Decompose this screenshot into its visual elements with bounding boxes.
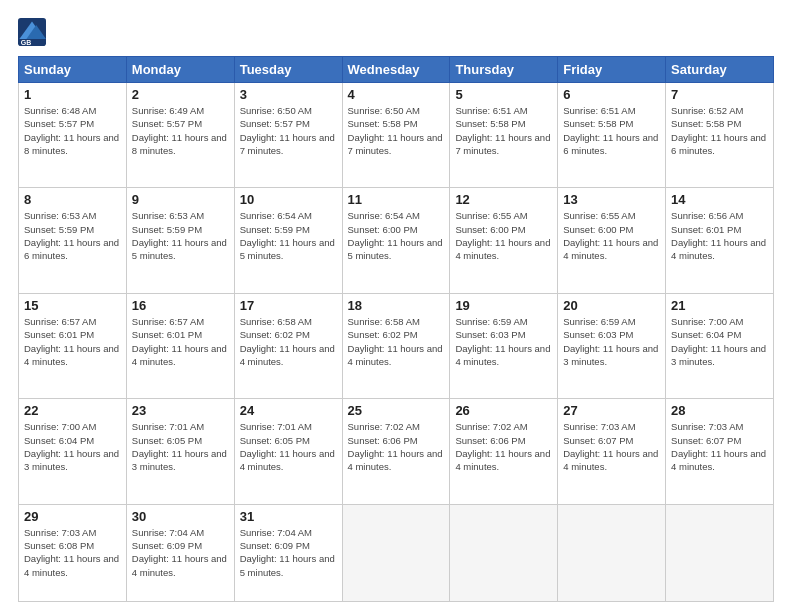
day-number: 19: [455, 298, 552, 313]
day-info: Sunrise: 6:59 AMSunset: 6:03 PMDaylight:…: [563, 315, 660, 368]
col-sunday: Sunday: [19, 57, 127, 83]
table-row: 17 Sunrise: 6:58 AMSunset: 6:02 PMDaylig…: [234, 293, 342, 398]
calendar: Sunday Monday Tuesday Wednesday Thursday…: [18, 56, 774, 602]
table-row: 13 Sunrise: 6:55 AMSunset: 6:00 PMDaylig…: [558, 188, 666, 293]
day-info: Sunrise: 6:54 AMSunset: 6:00 PMDaylight:…: [348, 209, 445, 262]
day-info: Sunrise: 7:03 AMSunset: 6:07 PMDaylight:…: [563, 420, 660, 473]
col-wednesday: Wednesday: [342, 57, 450, 83]
table-row: 5 Sunrise: 6:51 AMSunset: 5:58 PMDayligh…: [450, 83, 558, 188]
day-info: Sunrise: 7:00 AMSunset: 6:04 PMDaylight:…: [24, 420, 121, 473]
col-monday: Monday: [126, 57, 234, 83]
day-info: Sunrise: 7:02 AMSunset: 6:06 PMDaylight:…: [348, 420, 445, 473]
header: GB: [18, 18, 774, 46]
table-row: 3 Sunrise: 6:50 AMSunset: 5:57 PMDayligh…: [234, 83, 342, 188]
calendar-header-row: Sunday Monday Tuesday Wednesday Thursday…: [19, 57, 774, 83]
col-friday: Friday: [558, 57, 666, 83]
day-info: Sunrise: 7:01 AMSunset: 6:05 PMDaylight:…: [240, 420, 337, 473]
logo-icon: GB: [18, 18, 46, 46]
table-row: 8 Sunrise: 6:53 AMSunset: 5:59 PMDayligh…: [19, 188, 127, 293]
day-info: Sunrise: 6:55 AMSunset: 6:00 PMDaylight:…: [455, 209, 552, 262]
day-number: 31: [240, 509, 337, 524]
day-number: 25: [348, 403, 445, 418]
table-row: 2 Sunrise: 6:49 AMSunset: 5:57 PMDayligh…: [126, 83, 234, 188]
day-info: Sunrise: 7:01 AMSunset: 6:05 PMDaylight:…: [132, 420, 229, 473]
day-number: 13: [563, 192, 660, 207]
table-row: 7 Sunrise: 6:52 AMSunset: 5:58 PMDayligh…: [666, 83, 774, 188]
day-number: 18: [348, 298, 445, 313]
col-tuesday: Tuesday: [234, 57, 342, 83]
table-row: 27 Sunrise: 7:03 AMSunset: 6:07 PMDaylig…: [558, 399, 666, 504]
table-row: 29 Sunrise: 7:03 AMSunset: 6:08 PMDaylig…: [19, 504, 127, 601]
day-number: 23: [132, 403, 229, 418]
day-number: 17: [240, 298, 337, 313]
day-number: 4: [348, 87, 445, 102]
day-number: 5: [455, 87, 552, 102]
table-row: [558, 504, 666, 601]
table-row: 11 Sunrise: 6:54 AMSunset: 6:00 PMDaylig…: [342, 188, 450, 293]
svg-text:GB: GB: [21, 39, 32, 46]
day-info: Sunrise: 6:52 AMSunset: 5:58 PMDaylight:…: [671, 104, 768, 157]
table-row: 25 Sunrise: 7:02 AMSunset: 6:06 PMDaylig…: [342, 399, 450, 504]
logo-area: GB: [18, 18, 50, 46]
day-info: Sunrise: 6:48 AMSunset: 5:57 PMDaylight:…: [24, 104, 121, 157]
day-number: 22: [24, 403, 121, 418]
day-number: 30: [132, 509, 229, 524]
day-number: 21: [671, 298, 768, 313]
day-info: Sunrise: 6:58 AMSunset: 6:02 PMDaylight:…: [240, 315, 337, 368]
day-number: 12: [455, 192, 552, 207]
col-thursday: Thursday: [450, 57, 558, 83]
day-info: Sunrise: 6:59 AMSunset: 6:03 PMDaylight:…: [455, 315, 552, 368]
day-info: Sunrise: 6:49 AMSunset: 5:57 PMDaylight:…: [132, 104, 229, 157]
day-info: Sunrise: 6:54 AMSunset: 5:59 PMDaylight:…: [240, 209, 337, 262]
table-row: 24 Sunrise: 7:01 AMSunset: 6:05 PMDaylig…: [234, 399, 342, 504]
day-number: 24: [240, 403, 337, 418]
table-row: 1 Sunrise: 6:48 AMSunset: 5:57 PMDayligh…: [19, 83, 127, 188]
table-row: 30 Sunrise: 7:04 AMSunset: 6:09 PMDaylig…: [126, 504, 234, 601]
day-number: 20: [563, 298, 660, 313]
day-number: 8: [24, 192, 121, 207]
table-row: 12 Sunrise: 6:55 AMSunset: 6:00 PMDaylig…: [450, 188, 558, 293]
day-number: 26: [455, 403, 552, 418]
table-row: 28 Sunrise: 7:03 AMSunset: 6:07 PMDaylig…: [666, 399, 774, 504]
page: GB Sunday Monday Tuesday Wednesday Thurs…: [0, 0, 792, 612]
day-number: 6: [563, 87, 660, 102]
table-row: 16 Sunrise: 6:57 AMSunset: 6:01 PMDaylig…: [126, 293, 234, 398]
day-number: 11: [348, 192, 445, 207]
table-row: 18 Sunrise: 6:58 AMSunset: 6:02 PMDaylig…: [342, 293, 450, 398]
day-number: 27: [563, 403, 660, 418]
day-info: Sunrise: 6:56 AMSunset: 6:01 PMDaylight:…: [671, 209, 768, 262]
table-row: 4 Sunrise: 6:50 AMSunset: 5:58 PMDayligh…: [342, 83, 450, 188]
table-row: 20 Sunrise: 6:59 AMSunset: 6:03 PMDaylig…: [558, 293, 666, 398]
table-row: [666, 504, 774, 601]
day-info: Sunrise: 6:51 AMSunset: 5:58 PMDaylight:…: [455, 104, 552, 157]
day-number: 16: [132, 298, 229, 313]
day-info: Sunrise: 6:50 AMSunset: 5:57 PMDaylight:…: [240, 104, 337, 157]
day-info: Sunrise: 6:53 AMSunset: 5:59 PMDaylight:…: [24, 209, 121, 262]
day-info: Sunrise: 6:57 AMSunset: 6:01 PMDaylight:…: [132, 315, 229, 368]
day-info: Sunrise: 7:00 AMSunset: 6:04 PMDaylight:…: [671, 315, 768, 368]
day-number: 14: [671, 192, 768, 207]
day-info: Sunrise: 6:57 AMSunset: 6:01 PMDaylight:…: [24, 315, 121, 368]
table-row: 22 Sunrise: 7:00 AMSunset: 6:04 PMDaylig…: [19, 399, 127, 504]
day-info: Sunrise: 6:50 AMSunset: 5:58 PMDaylight:…: [348, 104, 445, 157]
table-row: 31 Sunrise: 7:04 AMSunset: 6:09 PMDaylig…: [234, 504, 342, 601]
day-number: 28: [671, 403, 768, 418]
table-row: 23 Sunrise: 7:01 AMSunset: 6:05 PMDaylig…: [126, 399, 234, 504]
day-number: 10: [240, 192, 337, 207]
table-row: 14 Sunrise: 6:56 AMSunset: 6:01 PMDaylig…: [666, 188, 774, 293]
day-info: Sunrise: 6:51 AMSunset: 5:58 PMDaylight:…: [563, 104, 660, 157]
table-row: 10 Sunrise: 6:54 AMSunset: 5:59 PMDaylig…: [234, 188, 342, 293]
day-info: Sunrise: 7:03 AMSunset: 6:08 PMDaylight:…: [24, 526, 121, 579]
day-number: 2: [132, 87, 229, 102]
table-row: [450, 504, 558, 601]
day-number: 3: [240, 87, 337, 102]
table-row: 15 Sunrise: 6:57 AMSunset: 6:01 PMDaylig…: [19, 293, 127, 398]
day-info: Sunrise: 6:55 AMSunset: 6:00 PMDaylight:…: [563, 209, 660, 262]
day-info: Sunrise: 6:58 AMSunset: 6:02 PMDaylight:…: [348, 315, 445, 368]
table-row: [342, 504, 450, 601]
table-row: 26 Sunrise: 7:02 AMSunset: 6:06 PMDaylig…: [450, 399, 558, 504]
table-row: 21 Sunrise: 7:00 AMSunset: 6:04 PMDaylig…: [666, 293, 774, 398]
col-saturday: Saturday: [666, 57, 774, 83]
table-row: 9 Sunrise: 6:53 AMSunset: 5:59 PMDayligh…: [126, 188, 234, 293]
day-info: Sunrise: 7:03 AMSunset: 6:07 PMDaylight:…: [671, 420, 768, 473]
